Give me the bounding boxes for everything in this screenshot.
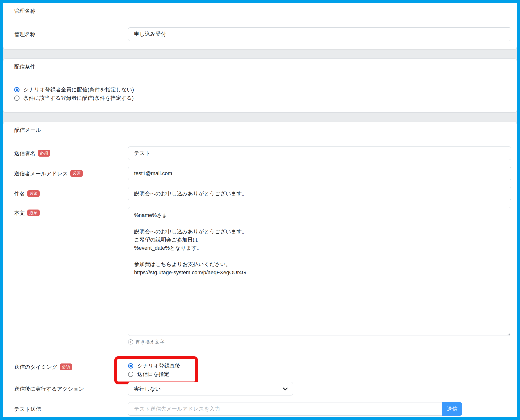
section-admin-name: 管理名称 管理名称 [3, 3, 517, 49]
after-action-select[interactable]: 実行しない [128, 382, 293, 396]
radio-unselected-icon[interactable] [14, 96, 20, 101]
condition-option-filtered[interactable]: 条件に該当する登録者に配信(条件を指定する) [14, 95, 506, 102]
radio-unselected-icon[interactable] [128, 372, 133, 377]
condition-option-all-label: シナリオ登録者全員に配信(条件を指定しない) [23, 86, 134, 93]
required-badge: 必須 [38, 150, 50, 157]
timing-option-scheduled-label: 送信日を指定 [137, 371, 169, 378]
section-delivery-condition-title: 配信条件 [3, 59, 517, 75]
red-highlight-annotation: シナリオ登録直後 送信日を指定 [114, 356, 198, 384]
subject-label: 件名 [14, 191, 25, 197]
admin-name-input[interactable] [128, 27, 511, 41]
condition-option-filtered-label: 条件に該当する登録者に配信(条件を指定する) [23, 95, 134, 102]
test-send-label: テスト送信 [14, 402, 128, 412]
section-delivery-mail-title: 配信メール [3, 122, 517, 138]
required-badge: 必須 [60, 363, 72, 370]
replacement-chars-label: 置き換え文字 [135, 339, 164, 345]
admin-name-label: 管理名称 [14, 27, 128, 38]
replacement-chars-link[interactable]: i 置き換え文字 [128, 339, 164, 345]
required-badge: 必須 [70, 170, 83, 177]
section-delivery-mail: 配信メール 送信者名必須 送信者メールアドレス必須 [3, 122, 517, 420]
timing-label: 送信のタイミング [14, 364, 57, 370]
sender-name-row: 送信者名必須 [14, 147, 511, 160]
body-label: 本文 [14, 210, 25, 216]
required-badge: 必須 [27, 190, 40, 197]
test-send-input[interactable] [128, 402, 442, 416]
timing-option-immediate[interactable]: シナリオ登録直後 [128, 362, 180, 369]
timing-option-scheduled[interactable]: 送信日を指定 [128, 371, 180, 378]
required-badge: 必須 [27, 210, 40, 216]
send-button[interactable]: 送信 [442, 402, 462, 416]
after-action-label: 送信後に実行するアクション [14, 382, 128, 392]
section-admin-name-title: 管理名称 [3, 3, 517, 19]
after-action-row: 送信後に実行するアクション 実行しない [14, 382, 511, 396]
section-delivery-condition: 配信条件 シナリオ登録者全員に配信(条件を指定しない) 条件に該当する登録者に配… [3, 59, 517, 112]
sender-email-input[interactable] [128, 167, 511, 180]
sender-email-label: 送信者メールアドレス [14, 171, 68, 177]
sender-name-input[interactable] [128, 147, 511, 160]
screenshot-frame: 管理名称 管理名称 配信条件 シナリオ登録者全員に配信(条件を指定しない) 条件… [0, 0, 520, 420]
info-icon: i [128, 339, 133, 345]
timing-option-immediate-label: シナリオ登録直後 [137, 362, 180, 369]
subject-row: 件名必須 [14, 187, 511, 200]
admin-name-row: 管理名称 [14, 27, 511, 41]
condition-option-all[interactable]: シナリオ登録者全員に配信(条件を指定しない) [14, 86, 506, 93]
sender-email-row: 送信者メールアドレス必須 [14, 167, 511, 180]
radio-selected-icon[interactable] [128, 363, 133, 368]
body-row: 本文必須 %name%さま 説明会へのお申し込みありがとうございます。 ご希望の… [14, 207, 511, 345]
radio-selected-icon[interactable] [14, 87, 20, 92]
test-send-row: テスト送信 送信 [14, 402, 511, 416]
subject-input[interactable] [128, 187, 511, 200]
body-textarea[interactable]: %name%さま 説明会へのお申し込みありがとうございます。 ご希望の説明会ご参… [128, 207, 511, 336]
timing-row: 送信のタイミング必須 シナリオ登録直後 送信日を指定 [14, 356, 511, 384]
sender-name-label: 送信者名 [14, 150, 35, 156]
